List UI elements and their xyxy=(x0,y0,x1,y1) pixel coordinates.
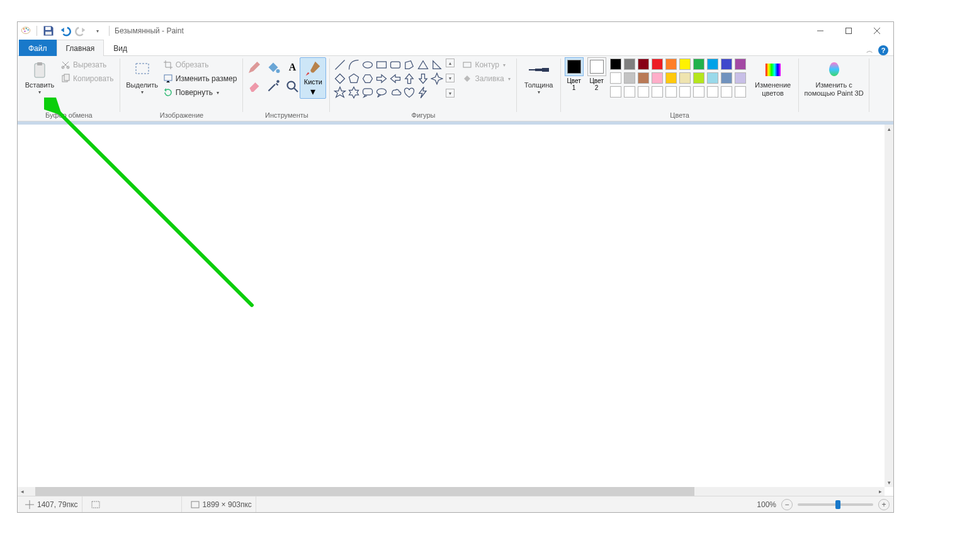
help-icon[interactable]: ? xyxy=(878,45,888,55)
vertical-scrollbar[interactable]: ▴ ▾ xyxy=(885,125,893,487)
palette-swatch[interactable] xyxy=(693,59,704,70)
shape-star4[interactable] xyxy=(431,72,443,85)
shape-line[interactable] xyxy=(334,59,346,71)
resize-button[interactable]: Изменить размер xyxy=(161,72,240,85)
palette-swatch[interactable] xyxy=(624,59,635,70)
tab-view[interactable]: Вид xyxy=(104,40,137,56)
select-button[interactable]: Выделить ▾ xyxy=(124,57,161,95)
copy-button[interactable]: Копировать xyxy=(58,72,116,85)
shapes-scroll-up[interactable]: ▴ xyxy=(446,59,455,67)
magnifier-tool[interactable] xyxy=(285,79,300,94)
shape-star6[interactable] xyxy=(348,86,360,99)
palette-swatch[interactable] xyxy=(707,72,718,84)
scroll-up-icon[interactable]: ▴ xyxy=(885,125,893,133)
palette-swatch[interactable] xyxy=(721,72,732,84)
palette-swatch[interactable] xyxy=(679,59,691,70)
palette-swatch[interactable] xyxy=(693,72,704,84)
color2-button[interactable] xyxy=(587,57,606,76)
shape-lightning[interactable] xyxy=(417,86,429,99)
shape-triangle[interactable] xyxy=(417,59,429,71)
shapes-scroll-down[interactable]: ▾ xyxy=(446,74,455,82)
shapes-gallery[interactable] xyxy=(334,59,443,99)
palette-swatch[interactable] xyxy=(624,72,635,84)
shapes-expand[interactable]: ▾ xyxy=(446,89,455,98)
palette-swatch[interactable] xyxy=(679,72,691,84)
shape-right-triangle[interactable] xyxy=(431,59,443,71)
palette-swatch[interactable] xyxy=(707,59,718,70)
palette-swatch[interactable] xyxy=(693,86,704,98)
shape-pentagon[interactable] xyxy=(348,72,360,85)
brushes-button[interactable]: Кисти ▾ xyxy=(300,57,326,99)
palette-swatch[interactable] xyxy=(652,86,663,98)
shape-arrow-left[interactable] xyxy=(389,72,402,85)
shape-callout-oval[interactable] xyxy=(375,86,388,99)
scrollbar-thumb[interactable] xyxy=(35,487,694,496)
shape-diamond[interactable] xyxy=(334,72,346,85)
zoom-slider[interactable] xyxy=(798,503,873,506)
edit-colors-button[interactable]: Изменение цветов xyxy=(751,57,795,98)
zoom-in-button[interactable]: + xyxy=(878,499,890,510)
maximize-button[interactable] xyxy=(834,22,862,40)
palette-swatch[interactable] xyxy=(665,59,677,70)
qat-dropdown-icon[interactable]: ▾ xyxy=(91,25,104,37)
palette-swatch[interactable] xyxy=(679,86,691,98)
zoom-out-button[interactable]: − xyxy=(781,499,793,510)
scroll-right-icon[interactable]: ▸ xyxy=(876,487,885,496)
tab-home[interactable]: Главная xyxy=(57,40,105,56)
palette-swatch[interactable] xyxy=(624,86,635,98)
palette-swatch[interactable] xyxy=(610,72,621,84)
shape-arrow-down[interactable] xyxy=(417,72,429,85)
palette-swatch[interactable] xyxy=(707,86,718,98)
paste-button[interactable]: Вставить ▾ xyxy=(21,57,58,95)
shape-oval[interactable] xyxy=(361,59,374,71)
shape-rect[interactable] xyxy=(375,59,388,71)
palette-swatch[interactable] xyxy=(721,86,732,98)
shape-outline-button[interactable]: Контур▾ xyxy=(460,59,512,71)
shape-callout-rounded[interactable] xyxy=(361,86,374,99)
minimize-button[interactable] xyxy=(806,22,834,40)
save-icon[interactable] xyxy=(42,25,55,37)
palette-swatch[interactable] xyxy=(638,72,649,84)
palette-swatch[interactable] xyxy=(735,86,746,98)
palette-swatch[interactable] xyxy=(665,86,677,98)
palette-swatch[interactable] xyxy=(638,59,649,70)
shape-heart[interactable] xyxy=(403,86,416,99)
palette-swatch[interactable] xyxy=(610,59,621,70)
tab-file[interactable]: Файл xyxy=(19,40,57,56)
palette-swatch[interactable] xyxy=(638,86,649,98)
palette-swatch[interactable] xyxy=(665,72,677,84)
shape-fill-button[interactable]: Заливка▾ xyxy=(460,72,512,85)
palette-swatch[interactable] xyxy=(735,59,746,70)
collapse-ribbon-icon[interactable]: ︿ xyxy=(866,46,873,55)
palette-swatch[interactable] xyxy=(652,72,663,84)
color-picker-tool[interactable] xyxy=(266,79,281,94)
shape-round-rect[interactable] xyxy=(389,59,402,71)
shape-arrow-right[interactable] xyxy=(375,72,388,85)
palette-swatch[interactable] xyxy=(735,72,746,84)
close-button[interactable] xyxy=(862,22,891,40)
cut-button[interactable]: Вырезать xyxy=(58,59,116,71)
color1-button[interactable] xyxy=(565,57,584,76)
shape-callout-cloud[interactable] xyxy=(389,86,402,99)
shape-hexagon[interactable] xyxy=(361,72,374,85)
crop-button[interactable]: Обрезать xyxy=(161,59,240,71)
shape-star5[interactable] xyxy=(334,86,346,99)
rotate-button[interactable]: Повернуть▾ xyxy=(161,86,240,99)
pencil-tool[interactable] xyxy=(247,60,262,75)
fill-tool[interactable] xyxy=(266,60,281,75)
shape-polygon[interactable] xyxy=(403,59,416,71)
palette-swatch[interactable] xyxy=(652,59,663,70)
redo-icon[interactable] xyxy=(75,25,88,37)
size-button[interactable]: Толщина ▾ xyxy=(521,57,557,95)
scroll-down-icon[interactable]: ▾ xyxy=(885,478,893,487)
horizontal-scrollbar[interactable]: ◂ ▸ xyxy=(18,487,885,496)
paint3d-button[interactable]: Изменить с помощью Paint 3D xyxy=(803,57,866,98)
text-tool[interactable]: A xyxy=(285,60,300,75)
scroll-left-icon[interactable]: ◂ xyxy=(18,487,26,496)
shape-arrow-up[interactable] xyxy=(403,72,416,85)
palette-swatch[interactable] xyxy=(610,86,621,98)
shape-curve[interactable] xyxy=(348,59,360,71)
canvas[interactable] xyxy=(18,125,885,487)
eraser-tool[interactable] xyxy=(247,79,262,94)
undo-icon[interactable] xyxy=(59,25,71,37)
